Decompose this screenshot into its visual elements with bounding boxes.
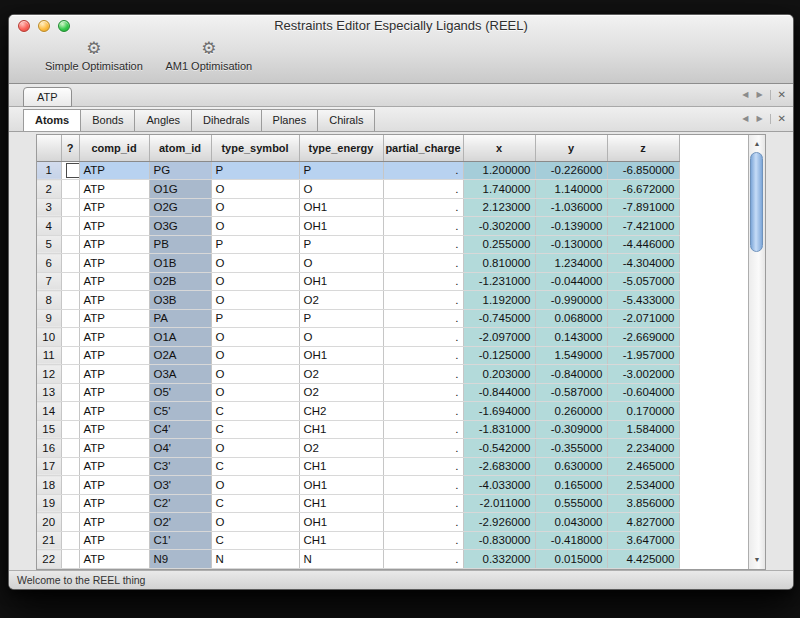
y-cell[interactable]: -0.355000 [535, 439, 607, 458]
tab-atoms[interactable]: Atoms [23, 109, 81, 131]
col-header-y[interactable]: y [535, 135, 607, 161]
y-cell[interactable]: 0.068000 [535, 309, 607, 328]
type-energy-cell[interactable]: CH1 [299, 531, 383, 550]
type-energy-cell[interactable]: P [299, 309, 383, 328]
comp-id-cell[interactable]: ATP [79, 531, 149, 550]
partial-charge-cell[interactable]: . [383, 365, 463, 384]
scroll-down-icon[interactable]: ▼ [749, 553, 765, 567]
row-number[interactable]: 13 [37, 383, 61, 402]
atom-id-cell[interactable]: PA [149, 309, 211, 328]
row-number[interactable]: 10 [37, 328, 61, 347]
scrollbar-thumb[interactable] [750, 152, 763, 252]
z-cell[interactable]: -2.669000 [607, 328, 679, 347]
table-row[interactable]: 2 ATP O1G O O . 1.740000 1.140000 -6.672… [37, 180, 679, 199]
comp-id-cell[interactable]: ATP [79, 217, 149, 236]
z-cell[interactable]: -6.850000 [607, 161, 679, 180]
comp-id-cell[interactable]: ATP [79, 420, 149, 439]
y-cell[interactable]: -0.139000 [535, 217, 607, 236]
table-row[interactable]: 18 ATP O3' O OH1 . -4.033000 0.165000 2.… [37, 476, 679, 495]
row-number[interactable]: 9 [37, 309, 61, 328]
type-symbol-cell[interactable]: O [211, 254, 299, 273]
comp-id-cell[interactable]: ATP [79, 161, 149, 180]
row-number[interactable]: 1 [37, 161, 61, 180]
z-cell[interactable]: 3.856000 [607, 494, 679, 513]
flag-cell[interactable] [61, 550, 79, 569]
am1-optimisation-button[interactable]: ⚙ AM1 Optimisation [161, 39, 257, 73]
table-row[interactable]: 9 ATP PA P P . -0.745000 0.068000 -2.071… [37, 309, 679, 328]
row-number[interactable]: 7 [37, 272, 61, 291]
z-cell[interactable]: 0.170000 [607, 402, 679, 421]
type-energy-cell[interactable]: OH1 [299, 272, 383, 291]
x-cell[interactable]: 1.740000 [463, 180, 535, 199]
x-cell[interactable]: -0.125000 [463, 346, 535, 365]
flag-cell[interactable] [61, 328, 79, 347]
atom-id-cell[interactable]: O5' [149, 383, 211, 402]
row-number[interactable]: 4 [37, 217, 61, 236]
y-cell[interactable]: 0.630000 [535, 457, 607, 476]
comp-id-cell[interactable]: ATP [79, 328, 149, 347]
type-symbol-cell[interactable]: P [211, 161, 299, 180]
row-number[interactable]: 19 [37, 494, 61, 513]
tab-scroll-left-icon[interactable]: ◀ [738, 91, 752, 99]
comp-id-cell[interactable]: ATP [79, 383, 149, 402]
partial-charge-cell[interactable]: . [383, 235, 463, 254]
row-number[interactable]: 22 [37, 550, 61, 569]
atom-id-cell[interactable]: O3G [149, 217, 211, 236]
z-cell[interactable]: -6.672000 [607, 180, 679, 199]
type-symbol-cell[interactable]: C [211, 531, 299, 550]
col-header-z[interactable]: z [607, 135, 679, 161]
row-edit-box[interactable] [66, 163, 80, 178]
flag-cell[interactable] [61, 513, 79, 532]
comp-id-cell[interactable]: ATP [79, 457, 149, 476]
type-energy-cell[interactable]: O2 [299, 365, 383, 384]
comp-id-cell[interactable]: ATP [79, 198, 149, 217]
type-energy-cell[interactable]: P [299, 235, 383, 254]
tab-angles[interactable]: Angles [135, 109, 192, 131]
z-cell[interactable]: -5.057000 [607, 272, 679, 291]
col-header-type-symbol[interactable]: type_symbol [211, 135, 299, 161]
atom-id-cell[interactable]: O3' [149, 476, 211, 495]
y-cell[interactable]: -0.840000 [535, 365, 607, 384]
type-energy-cell[interactable]: N [299, 550, 383, 569]
table-row[interactable]: 13 ATP O5' O O2 . -0.844000 -0.587000 -0… [37, 383, 679, 402]
tab-chirals[interactable]: Chirals [318, 109, 375, 131]
z-cell[interactable]: -1.957000 [607, 346, 679, 365]
comp-id-cell[interactable]: ATP [79, 439, 149, 458]
comp-id-cell[interactable]: ATP [79, 365, 149, 384]
flag-cell[interactable] [61, 439, 79, 458]
table-row[interactable]: 20 ATP O2' O OH1 . -2.926000 0.043000 4.… [37, 513, 679, 532]
type-symbol-cell[interactable]: O [211, 513, 299, 532]
x-cell[interactable]: -0.302000 [463, 217, 535, 236]
row-number[interactable]: 5 [37, 235, 61, 254]
col-header-comp-id[interactable]: comp_id [79, 135, 149, 161]
flag-cell[interactable] [61, 272, 79, 291]
y-cell[interactable]: 1.140000 [535, 180, 607, 199]
partial-charge-cell[interactable]: . [383, 328, 463, 347]
atom-id-cell[interactable]: PB [149, 235, 211, 254]
x-cell[interactable]: 0.255000 [463, 235, 535, 254]
scroll-up-icon[interactable]: ▲ [749, 137, 765, 151]
type-symbol-cell[interactable]: O [211, 198, 299, 217]
x-cell[interactable]: 0.332000 [463, 550, 535, 569]
z-cell[interactable]: -4.304000 [607, 254, 679, 273]
y-cell[interactable]: 0.015000 [535, 550, 607, 569]
z-cell[interactable]: -3.002000 [607, 365, 679, 384]
comp-id-cell[interactable]: ATP [79, 180, 149, 199]
row-number[interactable]: 14 [37, 402, 61, 421]
atom-id-cell[interactable]: O1G [149, 180, 211, 199]
flag-cell[interactable] [61, 161, 79, 180]
atom-id-cell[interactable]: O2' [149, 513, 211, 532]
partial-charge-cell[interactable]: . [383, 198, 463, 217]
vertical-scrollbar[interactable]: ▲ ▼ [748, 135, 765, 569]
type-symbol-cell[interactable]: C [211, 402, 299, 421]
atom-id-cell[interactable]: PG [149, 161, 211, 180]
type-energy-cell[interactable]: CH2 [299, 402, 383, 421]
flag-cell[interactable] [61, 365, 79, 384]
row-number[interactable]: 8 [37, 291, 61, 310]
z-cell[interactable]: -5.433000 [607, 291, 679, 310]
comp-id-cell[interactable]: ATP [79, 513, 149, 532]
partial-charge-cell[interactable]: . [383, 309, 463, 328]
table-row[interactable]: 21 ATP C1' C CH1 . -0.830000 -0.418000 3… [37, 531, 679, 550]
type-energy-cell[interactable]: CH1 [299, 494, 383, 513]
tab-close-icon[interactable]: ✕ [770, 114, 793, 124]
